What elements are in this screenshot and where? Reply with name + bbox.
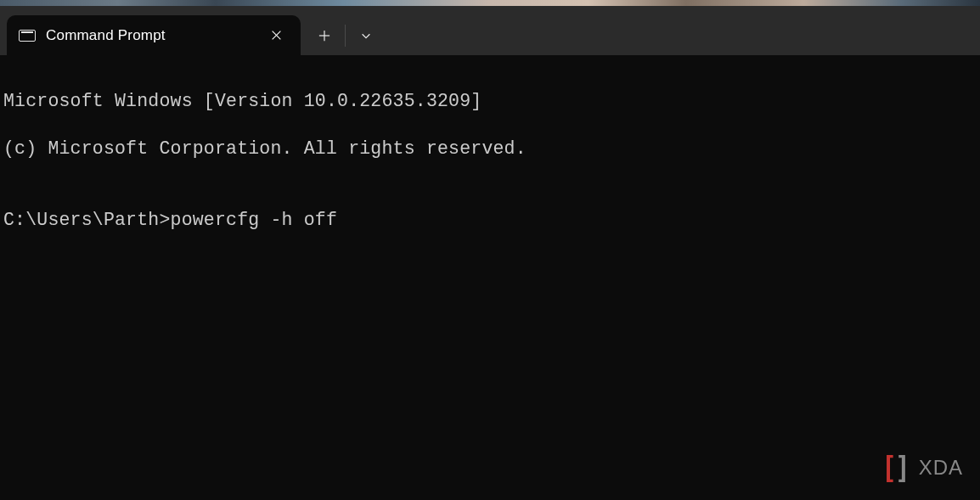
chevron-down-icon — [360, 30, 372, 42]
close-icon — [271, 30, 282, 41]
terminal-line: (c) Microsoft Corporation. All rights re… — [3, 137, 980, 160]
new-tab-button[interactable] — [306, 20, 343, 51]
terminal-command: powercfg -h off — [171, 210, 338, 230]
terminal-prompt-line: C:\Users\Parth>powercfg -h off — [3, 208, 980, 232]
terminal-output[interactable]: Microsoft Windows [Version 10.0.22635.32… — [0, 55, 980, 500]
close-tab-button[interactable] — [263, 23, 289, 48]
tabbar-actions — [306, 15, 385, 55]
cmd-icon — [19, 30, 36, 42]
tab-command-prompt[interactable]: Command Prompt — [7, 15, 301, 55]
terminal-prompt: C:\Users\Parth> — [3, 210, 171, 230]
tab-title: Command Prompt — [46, 27, 253, 44]
window-top-edge — [0, 0, 980, 6]
plus-icon — [318, 30, 330, 42]
tab-dropdown-button[interactable] — [347, 20, 385, 51]
tab-bar: Command Prompt — [0, 6, 980, 55]
terminal-line: Microsoft Windows [Version 10.0.22635.32… — [3, 89, 980, 113]
tabbar-separator — [345, 25, 346, 47]
